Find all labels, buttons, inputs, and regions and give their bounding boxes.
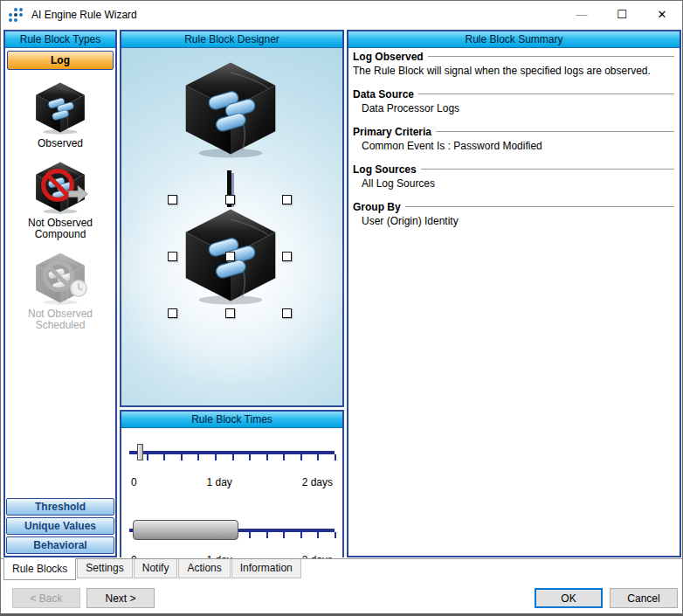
section-rule xyxy=(418,93,674,95)
rule-block-summary-header: Rule Block Summary xyxy=(348,31,680,48)
selection-handle[interactable] xyxy=(225,195,235,204)
tick-label: 0 xyxy=(131,476,137,488)
cancel-button[interactable]: Cancel xyxy=(610,588,678,608)
rule-type-label: Not Observed Compound xyxy=(12,218,108,240)
rule-type-label: Observed xyxy=(12,138,108,149)
title-bar: AI Engine Rule Wizard — ☐ ✕ xyxy=(1,1,682,28)
cube-logs-icon xyxy=(32,80,88,135)
tab-notify[interactable]: Notify xyxy=(134,559,178,578)
window-title: AI Engine Rule Wizard xyxy=(31,9,137,21)
rule-block-times-header: Rule Block Times xyxy=(121,412,342,428)
maximize-button[interactable]: ☐ xyxy=(602,1,642,28)
section-text: All Log Sources xyxy=(353,177,674,190)
cube-not-observed-icon xyxy=(32,160,88,214)
close-button[interactable]: ✕ xyxy=(642,1,682,28)
summary-section-log-sources: Log Sources All Log Sources xyxy=(353,163,674,190)
designer-canvas[interactable] xyxy=(121,48,342,405)
selection-handle[interactable] xyxy=(282,308,292,318)
summary-section-log-observed: Log Observed The Rule Block will signal … xyxy=(353,51,674,77)
section-text: Common Event Is : Password Modified xyxy=(353,140,674,152)
tab-actions[interactable]: Actions xyxy=(178,559,230,578)
cube-scheduled-icon xyxy=(32,251,88,305)
footer-bar: < Back Next > OK Cancel xyxy=(1,579,682,614)
section-title: Log Sources xyxy=(353,163,417,176)
rule-type-label: Not Observed Scheduled xyxy=(12,308,108,331)
summary-section-data-source: Data Source Data Processor Logs xyxy=(353,88,674,114)
rule-block-designer-panel: Rule Block Designer xyxy=(120,30,344,407)
section-title: Primary Criteria xyxy=(353,126,431,138)
log-category-button[interactable]: Log xyxy=(7,51,114,70)
section-title: Group By xyxy=(353,201,401,213)
ai-engine-rule-wizard-window: AI Engine Rule Wizard — ☐ ✕ Rule Block T… xyxy=(0,0,683,616)
tab-settings[interactable]: Settings xyxy=(77,559,132,578)
slider-ticks xyxy=(129,454,335,461)
rule-type-not-observed-scheduled: Not Observed Scheduled xyxy=(12,251,108,331)
threshold-category-button[interactable]: Threshold xyxy=(6,498,114,516)
selection-handle[interactable] xyxy=(168,195,177,204)
section-text: The Rule Block will signal when the spec… xyxy=(353,65,674,77)
selection-handle[interactable] xyxy=(225,252,235,261)
next-button[interactable]: Next > xyxy=(86,588,155,608)
slider-1-labels: 0 1 day 2 days xyxy=(129,476,335,488)
minimize-button[interactable]: — xyxy=(562,1,602,28)
rule-block-types-header: Rule Block Types xyxy=(5,31,115,48)
rule-type-not-observed-compound[interactable]: Not Observed Compound xyxy=(12,160,108,240)
section-rule xyxy=(428,56,674,58)
selection-handle[interactable] xyxy=(168,308,177,318)
tick-label: 2 days xyxy=(302,476,333,488)
ok-button[interactable]: OK xyxy=(535,588,603,608)
time-slider-2 xyxy=(129,523,335,553)
tab-rule-blocks[interactable]: Rule Blocks xyxy=(3,558,76,580)
rule-block-designer-header: Rule Block Designer xyxy=(121,31,342,48)
rule-block-cube[interactable] xyxy=(179,59,282,158)
rule-block-times-panel: Rule Block Times 0 1 day 2 days xyxy=(120,410,344,557)
bottom-tab-strip: Rule Blocks Settings Notify Actions Info… xyxy=(1,558,682,579)
rule-block-types-panel: Rule Block Types Log Observed Not Observ xyxy=(3,30,117,557)
section-rule xyxy=(421,169,674,170)
wizard-content: Rule Block Types Log Observed Not Observ xyxy=(1,28,682,558)
tick-label: 1 day xyxy=(206,476,231,488)
rule-block-summary-panel: Rule Block Summary Log Observed The Rule… xyxy=(347,30,681,557)
time-slider-1 xyxy=(129,446,335,475)
selection-handle[interactable] xyxy=(225,308,235,318)
app-logo-icon xyxy=(8,7,25,23)
slider-ticks xyxy=(232,532,335,539)
section-rule xyxy=(436,131,674,133)
tab-information[interactable]: Information xyxy=(231,559,301,578)
section-text: User (Origin) Identity xyxy=(353,215,674,227)
rule-type-observed[interactable]: Observed xyxy=(12,80,108,149)
selection-handle[interactable] xyxy=(282,252,292,261)
slider-thumb[interactable] xyxy=(137,444,143,460)
selection-handle[interactable] xyxy=(168,252,177,261)
selection-handle[interactable] xyxy=(282,195,292,204)
section-title: Data Source xyxy=(353,88,414,100)
slider-range-bar[interactable] xyxy=(133,520,238,540)
section-rule xyxy=(405,206,674,208)
summary-section-primary-criteria: Primary Criteria Common Event Is : Passw… xyxy=(353,126,674,152)
section-text: Data Processor Logs xyxy=(353,102,674,114)
section-title: Log Observed xyxy=(353,51,424,63)
summary-section-group-by: Group By User (Origin) Identity xyxy=(353,201,674,227)
unique-values-category-button[interactable]: Unique Values xyxy=(6,517,114,535)
behavioral-category-button[interactable]: Behavioral xyxy=(6,536,114,554)
back-button: < Back xyxy=(12,588,80,608)
